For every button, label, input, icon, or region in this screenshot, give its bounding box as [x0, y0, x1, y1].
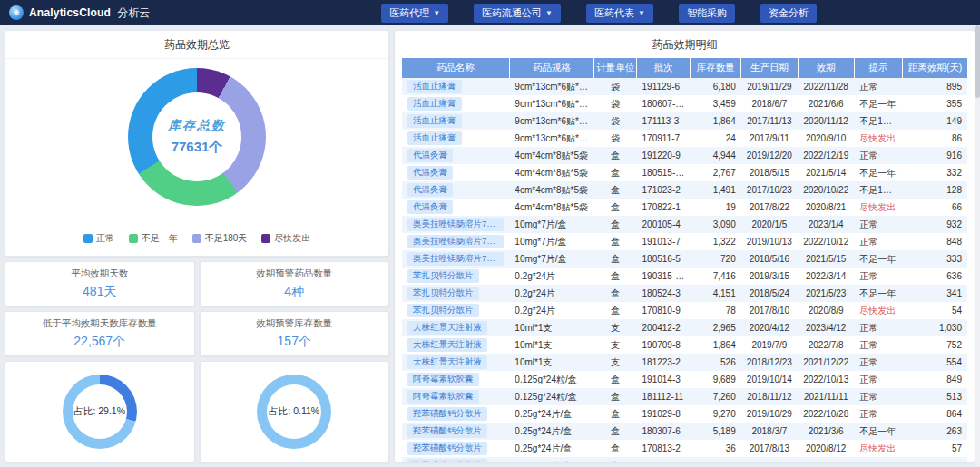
table-cell: 2019/10/13 — [741, 233, 798, 250]
table-row: 活血止痛膏9cm*13cm*6贴*1袋袋191129-66,1802019/11… — [402, 78, 967, 95]
table-cell: 2017/9/11 — [741, 130, 798, 147]
table-cell: 2021/5/15 — [798, 250, 854, 268]
legend-item[interactable]: 不足一年 — [129, 232, 178, 245]
table-cell: 895 — [902, 78, 967, 95]
table-cell: 2,965 — [691, 319, 741, 336]
table-cell: 341 — [902, 285, 967, 302]
table-cell: 78 — [691, 302, 741, 319]
table-cell: 1,322 — [691, 233, 741, 250]
table-cell: 2019/7/9 — [741, 336, 798, 354]
expiry-table[interactable]: 药品名称药品规格计量单位批次库存数量生产日期效期提示距离效期(天) 活血止痛膏9… — [402, 58, 967, 462]
stat-card-warning-stock: 效期预警库存数量 157个 — [200, 311, 390, 356]
table-cell: 9cm*13cm*6贴*1袋 — [509, 112, 593, 130]
scrollbar-thumb[interactable] — [975, 25, 980, 98]
table-cell: 263 — [902, 423, 967, 440]
table-cell: 尽快发出 — [854, 199, 902, 216]
table-row: 苯扎贝特分散片0.2g*24片盒180524-34,1512018/5/2420… — [402, 285, 967, 302]
nav-item[interactable]: 智能采购 — [679, 4, 735, 23]
legend-item[interactable]: 不足180天 — [192, 232, 248, 245]
column-header: 计量单位 — [594, 58, 637, 78]
stat-value: 22,567个 — [74, 334, 125, 350]
table-cell: 盒 — [594, 199, 637, 216]
drug-name-tag: 羟苯磺酸钙分散片 — [407, 442, 487, 455]
table-cell: 2020/9/10 — [798, 130, 854, 147]
chevron-down-icon: ▼ — [638, 9, 645, 17]
stat-label: 效期预警药品数量 — [256, 268, 332, 280]
table-cell: 2021/11/11 — [798, 388, 854, 405]
table-row: 代温灸膏4cm*4cm*8贴*5袋盒180515-142,7672018/5/1… — [402, 164, 967, 181]
table-cell: 不足180天 — [854, 112, 902, 130]
drug-name-cell: 阿奇霉素软胶囊 — [402, 388, 509, 405]
ratio-donut-chart[interactable]: 占比: 0.11% — [257, 375, 331, 449]
table-cell: 尽快发出 — [854, 130, 902, 147]
donut-center-value: 77631个 — [172, 139, 223, 156]
table-row: 大株红景天注射液10ml*1支支181223-25262018/12/23202… — [402, 354, 967, 371]
legend-item[interactable]: 正常 — [83, 232, 114, 245]
table-cell: 2017/8/10 — [741, 302, 798, 319]
table-cell: 不足一年 — [854, 95, 902, 112]
table-cell: 10mg*7片/盒 — [509, 233, 593, 250]
brand-logo-icon: ❋ — [9, 5, 24, 20]
column-header: 药品名称 — [402, 58, 509, 78]
table-cell: 2018/12/23 — [741, 354, 798, 371]
legend-item[interactable]: 尽快发出 — [261, 232, 310, 245]
drug-name-cell: 代温灸膏 — [402, 164, 509, 181]
legend-swatch — [192, 234, 201, 243]
table-row: 羟苯磺酸钙分散片0.25g*24片/盒盒191029-89,2702019/10… — [402, 405, 967, 423]
table-cell: 2022/12/19 — [798, 147, 854, 164]
window-scrollbar[interactable] — [975, 25, 980, 467]
table-cell: 2019/10/29 — [741, 405, 798, 423]
legend-swatch — [129, 234, 138, 243]
stat-value: 157个 — [278, 334, 311, 350]
table-cell: 盒 — [594, 268, 637, 285]
table-cell: 不足一年 — [854, 250, 902, 268]
table-row: 阿奇霉素软胶囊0.125g*24粒/盒盒191014-39,6892019/10… — [402, 371, 967, 388]
table-row: 大株红景天注射液10ml*1支支200412-22,9652020/4/1220… — [402, 319, 967, 336]
detail-title: 药品效期明细 — [402, 31, 967, 58]
table-cell: 191013-7 — [637, 233, 691, 250]
table-cell: 10mg*7片/盒 — [509, 216, 593, 233]
table-cell: 2021/6/6 — [798, 95, 854, 112]
nav-item[interactable]: 医药流通公司▼ — [474, 4, 561, 23]
table-cell: 6,180 — [691, 78, 741, 95]
table-cell: 盒 — [594, 164, 637, 181]
column-header: 药品规格 — [509, 58, 593, 78]
table-cell: 170813-2 — [637, 440, 691, 457]
table-cell: 2022/3/14 — [798, 268, 854, 285]
table-cell: 86 — [902, 130, 967, 147]
drug-name-tag: 奥美拉唑镁肠溶片70mg — [407, 235, 504, 248]
chevron-down-icon: ▼ — [545, 9, 553, 17]
table-cell: 尽快发出 — [854, 302, 902, 319]
table-cell: 181223-2 — [637, 354, 691, 371]
table-cell: 2018/5/15 — [741, 164, 798, 181]
table-cell: 盒 — [594, 216, 637, 233]
nav-item[interactable]: 医药代表▼ — [586, 4, 653, 23]
table-cell: 盒 — [594, 457, 637, 462]
table-cell: 190315-13 — [637, 268, 691, 285]
table-cell: 24 — [691, 130, 741, 147]
table-cell: 2018/5/16 — [741, 250, 798, 268]
table-cell: 180307-6 — [637, 423, 691, 440]
table-cell: 526 — [691, 354, 741, 371]
ratio-donut-chart[interactable]: 占比: 29.1% — [63, 375, 137, 449]
table-cell: 正常 — [854, 388, 902, 405]
inventory-donut-chart[interactable]: 库存总数 77631个 — [128, 68, 266, 206]
table-cell: 2018/3/7 — [741, 423, 798, 440]
table-cell: 54 — [902, 302, 967, 319]
stat-label: 低于平均效期天数库存数量 — [43, 317, 157, 330]
brand[interactable]: ❋ AnalyticsCloud 分析云 — [9, 5, 150, 21]
drug-name-tag: 代温灸膏 — [407, 149, 453, 162]
nav-item[interactable]: 资金分析 — [760, 4, 817, 23]
nav-item[interactable]: 医药代理▼ — [381, 4, 448, 23]
drug-name-tag: 大株红景天注射液 — [407, 355, 487, 369]
table-cell: 333 — [902, 250, 967, 268]
table-cell: 2018/6/7 — [741, 95, 798, 112]
table-cell: 2017/11/13 — [741, 112, 798, 130]
table-cell: 正常 — [854, 354, 902, 371]
drug-name-tag: 苯扎贝特分散片 — [407, 304, 479, 317]
drug-name-cell: 活血止痛膏 — [402, 130, 509, 147]
table-cell: 2017/8/22 — [741, 199, 798, 216]
table-cell: 7,416 — [691, 268, 741, 285]
drug-name-tag: 代温灸膏 — [407, 183, 453, 197]
table-cell: 9cm*13cm*6贴*1袋 — [509, 95, 593, 112]
